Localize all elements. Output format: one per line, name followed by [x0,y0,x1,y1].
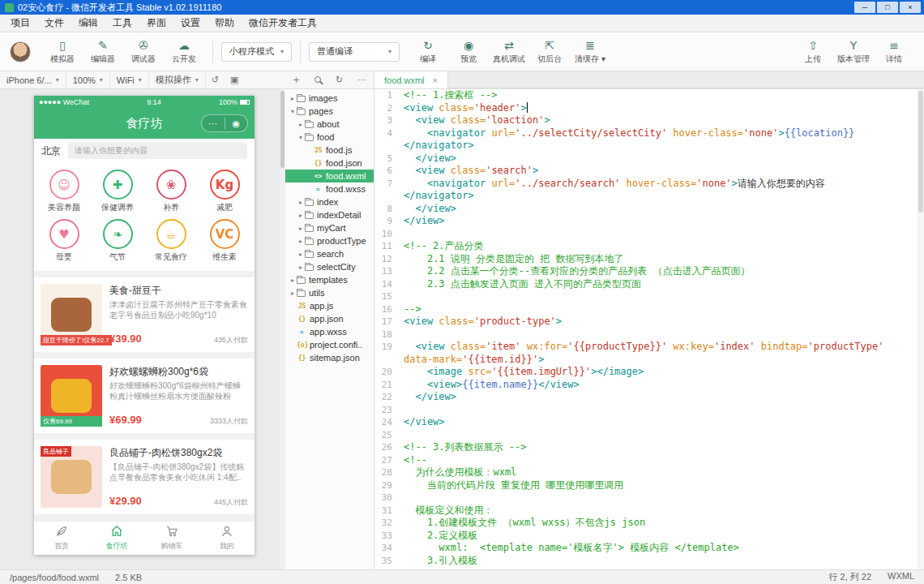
tree-item-images[interactable]: ▸images [285,92,374,105]
tree-item-myCart[interactable]: ▸myCart [285,221,374,234]
compile-mode-select[interactable]: 普通编译 ▾ [309,42,400,62]
compile-button[interactable]: ↻ 编译 [408,39,448,65]
more-dots-icon[interactable]: ⋯ [202,118,225,129]
code-line[interactable]: 19 <view class='item' wx:for='{{productT… [374,341,924,354]
code-line[interactable]: 30 [374,492,924,505]
tree-item-food.wxml[interactable]: <>food.wxml [285,170,374,182]
tree-item-indexDetail[interactable]: ▸indexDetail [285,208,374,221]
tree-item-search[interactable]: ▸search [285,247,374,260]
tree-item-app.js[interactable]: JSapp.js [285,299,374,312]
zoom-select[interactable]: 100%▾ [66,71,110,88]
search-input[interactable]: 请输入你想要的内容 [68,143,247,159]
screenshot-icon[interactable]: ▣ [225,75,244,85]
category-item[interactable]: ☕ 常见食疗 [144,219,198,263]
code-line[interactable]: 10 [374,228,924,241]
code-line[interactable]: 9</view> [374,215,924,228]
editor-button[interactable]: ✎ 编辑器 [83,39,123,65]
menu-item[interactable]: 文件 [37,15,71,32]
code-line[interactable]: 1<!-- 1.搜索框 --> [374,89,924,102]
tab-house[interactable]: 食疗坊 [89,522,144,555]
language-mode[interactable]: WXML [888,571,914,583]
code-area[interactable]: 1<!-- 1.搜索框 --> 2<view class='header'> 3… [374,89,924,567]
code-line[interactable]: 13 2.2 点击某一个分类--查看对应的分类的产品列表 （点击进入产品页面） [374,265,924,278]
version-control-button[interactable]: Y 版本管理 [833,39,874,65]
preview-button[interactable]: ◉ 预览 [448,39,489,65]
code-line[interactable]: 2<view class='header'> [374,102,924,115]
menu-item[interactable]: 项目 [3,15,37,32]
code-line[interactable]: 11<!-- 2.产品分类 [374,240,924,253]
tree-item-food.wxss[interactable]: ≈food.wxss [285,182,374,195]
sim-actions-select[interactable]: 模拟操作▾ [149,71,206,88]
tree-item-productType[interactable]: ▸productType [285,234,374,247]
menu-item[interactable]: 工具 [105,15,139,32]
upload-button[interactable]: ⇧ 上传 [793,39,833,65]
code-line[interactable]: 4 <navigator url='../selectCity/selectCi… [374,127,924,140]
tree-item-app.wxss[interactable]: ≈app.wxss [285,325,374,338]
code-line[interactable]: 21 <view>{{item.name}}</view> [374,379,924,392]
more-options-icon[interactable]: ⋯ [357,75,366,85]
code-line[interactable]: 5 </view> [374,152,924,165]
product-card[interactable]: 仅售69.99 好欢螺螺蛳粉300g*6袋 好欢螺螺蛳粉300g*6袋柳州特产螺… [34,359,255,433]
code-line[interactable]: 23 [374,404,924,417]
simulator-button[interactable]: ▯ 模拟器 [42,39,83,65]
code-line[interactable]: 33 2.定义模板 [374,530,924,543]
new-file-icon[interactable]: + [293,75,300,85]
tree-item-selectCity[interactable]: ▸selectCity [285,260,374,273]
code-line[interactable]: 17<view class='product-type'> [374,316,924,328]
category-item[interactable]: ♥ 母婴 [37,219,91,263]
code-line[interactable]: 15 [374,290,924,303]
tab-person[interactable]: 我的 [199,522,255,555]
tab-cart[interactable]: 购物车 [144,522,199,555]
product-card[interactable]: 良品铺子 良品铺子-肉松饼380gx2袋 【良品铺子-肉松饼380gx2袋】传统… [34,440,255,514]
category-item[interactable]: ❀ 补养 [144,170,198,213]
tree-item-templates[interactable]: ▸templates [285,273,374,286]
category-item[interactable]: VC 维生素 [198,219,251,263]
code-line[interactable]: 26<!-- 3.列表数据展示 --> [374,441,924,454]
code-line[interactable]: 12 2.1 说明 分类是固定的 把 数据写到本地了 [374,253,924,266]
code-line[interactable]: 24</view> [374,416,924,429]
search-files-icon[interactable] [314,75,321,85]
code-line[interactable]: 8 </view> [374,203,924,216]
code-line[interactable]: 18 [374,328,924,341]
menu-item[interactable]: 界面 [139,15,173,32]
user-avatar[interactable] [10,41,31,62]
tree-item-food[interactable]: ▾food [285,131,374,144]
category-item[interactable]: ✚ 保健调养 [91,170,144,213]
tree-item-index[interactable]: ▸index [285,195,374,208]
code-line[interactable]: 16--> [374,303,924,316]
tree-item-about[interactable]: ▸about [285,118,374,131]
mode-select[interactable]: 小程序模式 ▾ [221,42,292,62]
code-line[interactable]: 35 3.引入模板 [374,555,924,568]
details-button[interactable]: ≡ 详情 [874,39,914,65]
category-item[interactable]: Kg 减肥 [198,170,251,213]
close-button[interactable]: × [900,2,921,13]
menu-item[interactable]: 微信开发者工具 [242,15,324,32]
category-item[interactable]: ☺ 美容养颜 [37,170,91,213]
exit-target-icon[interactable]: ◉ [225,118,248,129]
tree-item-utils[interactable]: ▸utils [285,286,374,299]
device-select[interactable]: iPhone 6/...▾ [0,71,66,88]
cloud-dev-button[interactable]: ☁ 云开发 [164,39,204,65]
maximize-button[interactable]: □ [877,2,898,13]
code-line[interactable]: 27<!-- [374,454,924,467]
clear-cache-button[interactable]: ≣ 清缓存 ▾ [570,39,610,65]
code-line[interactable]: 6 <view class='search'> [374,165,924,178]
code-line[interactable]: 34 wxml: <template name='模板名字'> 模板内容 </t… [374,542,924,555]
switch-background-button[interactable]: ⇱ 切后台 [529,39,570,65]
menu-item[interactable]: 帮助 [207,15,242,32]
code-line[interactable]: 32 1.创建模板文件 （wxml wxss）不包含js json [374,517,924,530]
code-line[interactable]: data-mark='{{item.id}}'> [374,354,924,367]
code-line[interactable]: 7 <navigator url='../search/search' hove… [374,178,924,191]
code-line[interactable]: 20 <image src='{{item.imgUrl}}'></image> [374,366,924,379]
city-selector[interactable]: 北京 [41,144,61,158]
code-line[interactable]: 14 2.3 点击触发进入页面 进入不同的产品类型页面 [374,278,924,291]
refresh-tree-icon[interactable]: ↻ [336,75,343,85]
code-line[interactable]: 29 当前的代码片段 重复使用 哪里使用哪里调用 [374,479,924,492]
code-line[interactable]: 22 </view> [374,391,924,404]
tree-item-project.confi..[interactable]: {o}project.confi.. [285,338,374,351]
simulator-scrollbar[interactable] [280,89,285,569]
tree-item-pages[interactable]: ▾pages [285,105,374,118]
tree-item-food.js[interactable]: JSfood.js [285,144,374,157]
code-line[interactable]: 3 <view class='loaction'> [374,114,924,127]
code-line[interactable]: 28 为什么使用模板：wxml [374,466,924,479]
